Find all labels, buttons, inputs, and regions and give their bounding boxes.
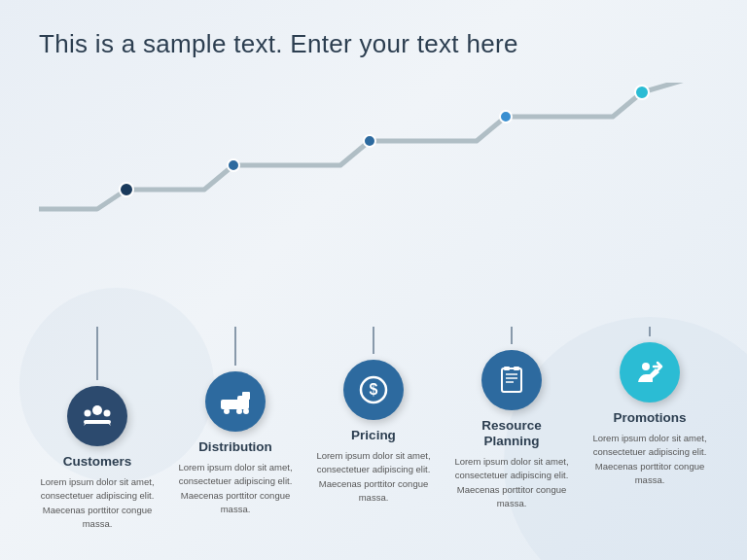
pricing-icon-circle: $	[343, 360, 404, 420]
svg-point-4	[364, 135, 375, 147]
distribution-title: Distribution	[198, 439, 272, 455]
connector-resource-planning	[511, 327, 513, 344]
distribution-icon-circle	[205, 371, 266, 432]
connector-pricing	[373, 327, 374, 354]
resource-planning-text: Lorem ipsum dolor sit amet, consectetuer…	[453, 455, 570, 510]
resource-planning-icon	[496, 365, 527, 396]
connector-promotions	[649, 327, 651, 336]
item-promotions: Promotions Lorem ipsum dolor sit amet, c…	[591, 327, 708, 487]
resource-planning-title: Resource Planning	[453, 418, 570, 449]
item-pricing: $ Pricing Lorem ipsum dolor sit amet, co…	[315, 327, 432, 505]
svg-line-0	[642, 83, 708, 92]
pricing-title: Pricing	[351, 428, 396, 443]
svg-text:$: $	[370, 381, 378, 398]
slide-container: This is a sample text. Enter your text h…	[0, 0, 747, 560]
svg-point-14	[224, 408, 230, 414]
distribution-text: Lorem ipsum dolor sit amet, consectetuer…	[177, 461, 294, 516]
customers-text: Lorem ipsum dolor sit amet, consectetuer…	[39, 475, 156, 531]
promotions-text: Lorem ipsum dolor sit amet, consectetuer…	[591, 432, 708, 487]
distribution-icon	[220, 386, 251, 417]
svg-point-26	[642, 363, 650, 370]
promotions-icon-circle	[620, 342, 680, 402]
pricing-icon: $	[358, 374, 389, 405]
slide-title: This is a sample text. Enter your text h…	[39, 29, 708, 59]
chart-svg	[39, 83, 708, 238]
resource-planning-icon-circle	[481, 350, 542, 410]
svg-rect-13	[242, 392, 250, 400]
svg-point-10	[104, 409, 111, 416]
customers-icon-circle	[67, 386, 127, 446]
pricing-text: Lorem ipsum dolor sit amet, consectetuer…	[315, 449, 432, 505]
svg-point-9	[85, 409, 91, 416]
svg-point-3	[228, 159, 239, 171]
svg-rect-19	[502, 368, 521, 392]
connector-distribution	[234, 327, 236, 366]
svg-point-2	[120, 183, 133, 196]
customers-title: Customers	[63, 454, 132, 470]
promotions-icon	[634, 357, 665, 388]
svg-point-6	[635, 86, 649, 99]
svg-point-8	[92, 405, 102, 415]
item-resource-planning: Resource Planning Lorem ipsum dolor sit …	[453, 327, 570, 510]
svg-point-5	[500, 111, 512, 122]
svg-rect-24	[514, 367, 519, 370]
item-customers: Customers Lorem ipsum dolor sit amet, co…	[39, 327, 156, 531]
svg-rect-23	[504, 367, 510, 370]
svg-point-16	[243, 408, 249, 414]
connector-customers	[96, 327, 98, 380]
promotions-title: Promotions	[613, 410, 686, 426]
items-container: Customers Lorem ipsum dolor sit amet, co…	[39, 327, 708, 531]
svg-point-15	[236, 408, 242, 414]
item-distribution: Distribution Lorem ipsum dolor sit amet,…	[177, 327, 294, 516]
customers-icon	[82, 401, 113, 432]
